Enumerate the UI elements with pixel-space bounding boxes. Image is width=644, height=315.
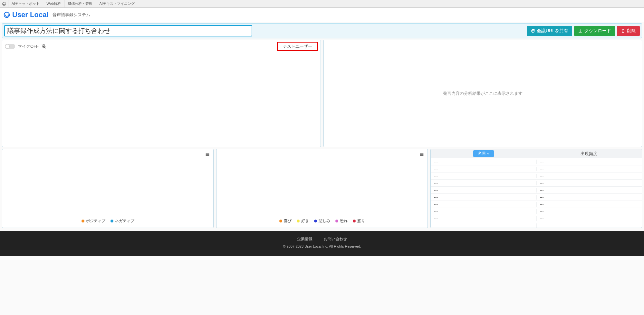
count-cell: --- xyxy=(536,174,642,178)
mic-toggle[interactable] xyxy=(5,44,15,49)
term-cell: --- xyxy=(431,209,536,214)
term-cell: --- xyxy=(431,223,536,228)
count-cell: --- xyxy=(536,195,642,200)
hamburger-icon xyxy=(205,152,210,157)
toolbar: 会議URLを共有 ダウンロード 削除 xyxy=(2,23,642,38)
chart-menu-button[interactable] xyxy=(418,151,425,158)
legend-like: 好き xyxy=(297,218,309,224)
table-row: ------ xyxy=(431,158,642,165)
share-icon xyxy=(531,29,535,33)
download-icon xyxy=(578,29,582,33)
analysis-placeholder: 発言内容の分析結果がここに表示されます xyxy=(443,91,523,96)
dot-icon xyxy=(314,220,317,222)
count-cell: --- xyxy=(536,181,642,185)
legend-label: 悲しみ xyxy=(319,218,330,224)
legend-label: 恐れ xyxy=(340,218,348,224)
table-row: ------ xyxy=(431,165,642,172)
table-row: ------ xyxy=(431,172,642,180)
brand-logo: User Local 音声議事録システム xyxy=(3,11,90,19)
count-cell: --- xyxy=(536,160,642,164)
sentiment-chart-panel: ポジティブ ネガティブ xyxy=(2,149,214,228)
chart-menu-button[interactable] xyxy=(204,151,211,158)
brand-subtitle: 音声議事録システム xyxy=(53,12,90,18)
emotion-legend: 喜び 好き 悲しみ 恐れ 怒り xyxy=(216,215,428,228)
footer-contact-link[interactable]: お問い合わせ xyxy=(324,237,347,241)
table-row: ------ xyxy=(431,180,642,187)
nav-link-textmining[interactable]: AIテキストマイニング xyxy=(96,0,138,7)
legend-negative: ネガティブ xyxy=(111,218,134,224)
footer-company-link[interactable]: 企業情報 xyxy=(297,237,312,241)
legend-positive: ポジティブ xyxy=(82,218,105,224)
meeting-title-input[interactable] xyxy=(4,25,252,36)
mic-row: マイクOFF テストユーザー xyxy=(2,40,321,53)
share-url-label: 会議URLを共有 xyxy=(537,28,568,34)
transcript-panel: マイクOFF テストユーザー xyxy=(2,40,321,147)
noun-filter-dropdown[interactable]: 名詞 xyxy=(473,150,494,157)
legend-label: 怒り xyxy=(357,218,365,224)
brand-bar: User Local 音声議事録システム xyxy=(0,8,644,22)
legend-joy: 喜び xyxy=(279,218,292,224)
sentiment-legend: ポジティブ ネガティブ xyxy=(2,215,213,228)
nav-link-sns[interactable]: SNS分析・管理 xyxy=(64,0,96,7)
delete-button[interactable]: 削除 xyxy=(617,26,640,36)
count-cell: --- xyxy=(536,167,642,171)
count-cell: --- xyxy=(536,223,642,228)
hamburger-icon xyxy=(419,152,424,157)
emotion-chart-body xyxy=(221,158,423,215)
dot-icon xyxy=(335,220,338,222)
dot-icon xyxy=(111,220,113,222)
table-row: ------ xyxy=(431,222,642,228)
dot-icon xyxy=(82,220,84,222)
term-cell: --- xyxy=(431,195,536,200)
count-cell: --- xyxy=(536,188,642,192)
footer-copyright: © 2007-2023 User Local,Inc. All Rights R… xyxy=(0,244,644,248)
table-row: ------ xyxy=(431,187,642,194)
nav-link-chatbot[interactable]: AIチャットボット xyxy=(8,0,43,7)
term-cell: --- xyxy=(431,188,536,192)
term-cell: --- xyxy=(431,181,536,185)
term-cell: --- xyxy=(431,174,536,178)
table-row: ------ xyxy=(431,208,642,215)
table-row: ------ xyxy=(431,201,642,208)
legend-sad: 悲しみ xyxy=(314,218,330,224)
count-cell: --- xyxy=(536,202,642,207)
brand-name: User Local xyxy=(12,11,49,19)
noun-filter-label: 名詞 xyxy=(478,151,485,156)
legend-label: 好き xyxy=(301,218,309,224)
transcript-body xyxy=(2,53,321,147)
frequency-table: 名詞 出現頻度 --------------------------------… xyxy=(430,149,642,228)
mic-off-icon xyxy=(41,44,46,49)
legend-fear: 恐れ xyxy=(335,218,348,224)
delete-label: 削除 xyxy=(627,28,636,34)
dot-icon xyxy=(297,220,300,222)
term-cell: --- xyxy=(431,202,536,207)
dot-icon xyxy=(353,220,356,222)
user-name-field[interactable]: テストユーザー xyxy=(277,42,318,51)
count-cell: --- xyxy=(536,209,642,214)
emotion-chart-panel: 喜び 好き 悲しみ 恐れ 怒り xyxy=(216,149,428,228)
download-label: ダウンロード xyxy=(584,28,611,34)
frequency-header: 名詞 出現頻度 xyxy=(431,149,642,158)
share-url-button[interactable]: 会議URLを共有 xyxy=(527,26,572,36)
chevron-down-icon xyxy=(487,153,489,155)
table-row: ------ xyxy=(431,194,642,201)
term-cell: --- xyxy=(431,216,536,221)
footer: 企業情報 お問い合わせ © 2007-2023 User Local,Inc. … xyxy=(0,231,644,256)
nav-link-web[interactable]: Web解析 xyxy=(43,0,64,7)
favicon-icon xyxy=(0,0,8,7)
legend-label: 喜び xyxy=(284,218,292,224)
mic-status-label: マイクOFF xyxy=(18,44,39,49)
legend-label: ネガティブ xyxy=(115,218,134,224)
dot-icon xyxy=(279,220,282,222)
legend-label: ポジティブ xyxy=(86,218,105,224)
table-row: ------ xyxy=(431,215,642,222)
sentiment-chart-body xyxy=(7,158,209,215)
logo-icon xyxy=(3,11,10,18)
legend-anger: 怒り xyxy=(353,218,365,224)
svg-point-0 xyxy=(2,2,6,5)
download-button[interactable]: ダウンロード xyxy=(574,26,615,36)
term-cell: --- xyxy=(431,167,536,171)
frequency-count-header: 出現頻度 xyxy=(536,151,642,157)
trash-icon xyxy=(621,29,625,33)
analysis-panel: 発言内容の分析結果がここに表示されます xyxy=(323,40,642,147)
